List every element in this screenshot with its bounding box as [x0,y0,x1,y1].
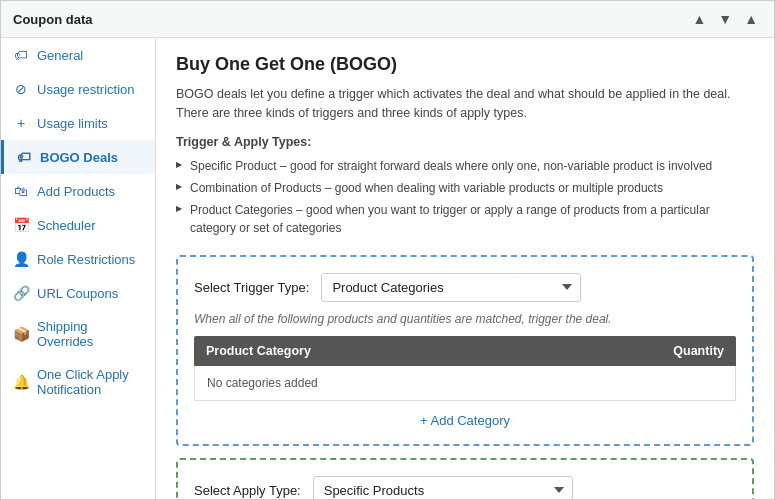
trigger-type-item: Combination of Products – good when deal… [176,177,754,199]
sidebar: 🏷 General ⊘ Usage restriction + Usage li… [1,38,156,499]
sidebar-item-label: Shipping Overrides [37,319,143,349]
main-description: BOGO deals let you define a trigger whic… [176,85,754,123]
add-products-icon: 🛍 [13,183,29,199]
panel-body: 🏷 General ⊘ Usage restriction + Usage li… [1,38,774,499]
sidebar-item-one-click-apply[interactable]: 🔔 One Click Apply Notification [1,358,155,406]
category-table-body: No categories added [194,366,736,401]
sidebar-item-label: One Click Apply Notification [37,367,143,397]
one-click-apply-icon: 🔔 [13,374,29,390]
trigger-type-item: Product Categories – good when you want … [176,199,754,239]
sidebar-item-label: BOGO Deals [40,150,118,165]
empty-categories-message: No categories added [207,376,318,390]
trigger-type-select[interactable]: Specific Product Combination of Products… [321,273,581,302]
main-content: Buy One Get One (BOGO) BOGO deals let yo… [156,38,774,499]
scheduler-icon: 📅 [13,217,29,233]
sidebar-item-role-restrictions[interactable]: 👤 Role Restrictions [1,242,155,276]
coupon-data-panel: Coupon data ▲ ▼ ▲ 🏷 General ⊘ Usage rest… [0,0,775,500]
sidebar-item-general[interactable]: 🏷 General [1,38,155,72]
apply-box: Select Apply Type: Specific Products Com… [176,458,754,500]
sidebar-item-usage-limits[interactable]: + Usage limits [1,106,155,140]
col-header-quantity: Quantity [644,344,724,358]
trigger-types-list: Specific Product – good for straight for… [176,155,754,239]
shipping-overrides-icon: 📦 [13,326,29,342]
sidebar-item-label: Role Restrictions [37,252,135,267]
panel-title: Coupon data [13,12,92,27]
sidebar-item-url-coupons[interactable]: 🔗 URL Coupons [1,276,155,310]
toggle-button[interactable]: ▲ [740,9,762,29]
header-controls: ▲ ▼ ▲ [688,9,762,29]
apply-select-label: Select Apply Type: [194,483,301,498]
trigger-select-row: Select Trigger Type: Specific Product Co… [194,273,736,302]
sidebar-item-scheduler[interactable]: 📅 Scheduler [1,208,155,242]
col-header-category: Product Category [206,344,644,358]
url-coupons-icon: 🔗 [13,285,29,301]
sidebar-item-label: URL Coupons [37,286,118,301]
sidebar-item-label: Scheduler [37,218,96,233]
collapse-down-button[interactable]: ▼ [714,9,736,29]
trigger-apply-label: Trigger & Apply Types: [176,135,754,149]
trigger-type-item: Specific Product – good for straight for… [176,155,754,177]
collapse-up-button[interactable]: ▲ [688,9,710,29]
general-icon: 🏷 [13,47,29,63]
panel-header: Coupon data ▲ ▼ ▲ [1,1,774,38]
sidebar-item-bogo-deals[interactable]: 🏷 BOGO Deals [1,140,155,174]
sidebar-item-shipping-overrides[interactable]: 📦 Shipping Overrides [1,310,155,358]
apply-type-select[interactable]: Specific Products Combination of Product… [313,476,573,500]
sidebar-item-label: Usage limits [37,116,108,131]
sidebar-item-label: Usage restriction [37,82,135,97]
sidebar-item-usage-restriction[interactable]: ⊘ Usage restriction [1,72,155,106]
category-table-header: Product Category Quantity [194,336,736,366]
usage-limits-icon: + [13,115,29,131]
sidebar-item-label: General [37,48,83,63]
apply-select-row: Select Apply Type: Specific Products Com… [194,476,736,500]
main-title: Buy One Get One (BOGO) [176,54,754,75]
add-category-button[interactable]: + Add Category [194,413,736,428]
bogo-deals-icon: 🏷 [16,149,32,165]
trigger-box: Select Trigger Type: Specific Product Co… [176,255,754,446]
trigger-note: When all of the following products and q… [194,312,736,326]
role-restrictions-icon: 👤 [13,251,29,267]
sidebar-item-add-products[interactable]: 🛍 Add Products [1,174,155,208]
sidebar-item-label: Add Products [37,184,115,199]
trigger-select-label: Select Trigger Type: [194,280,309,295]
usage-restriction-icon: ⊘ [13,81,29,97]
